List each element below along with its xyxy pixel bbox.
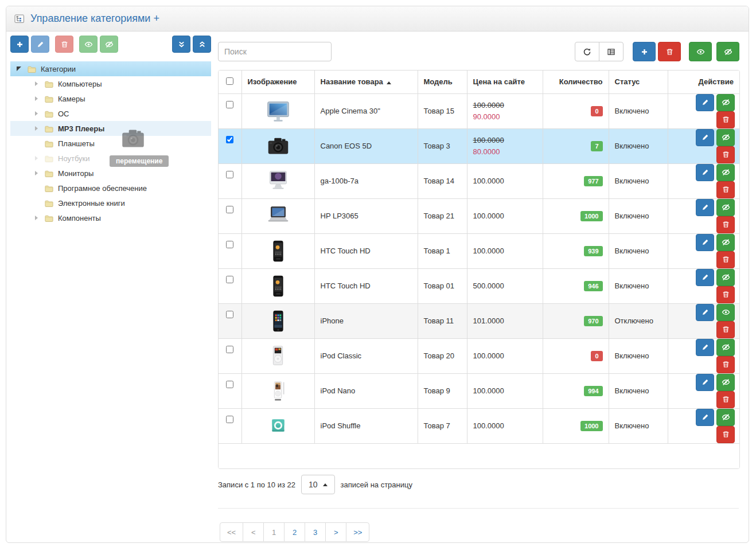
tree-item[interactable]: Планшеты	[10, 136, 211, 151]
toggle-status-button[interactable]	[716, 234, 735, 251]
row-checkbox[interactable]	[226, 416, 233, 423]
delete-button[interactable]	[716, 251, 735, 268]
tree-expand-arrow-icon[interactable]	[32, 96, 40, 101]
edit-button[interactable]	[696, 129, 714, 146]
eye-off-button[interactable]	[716, 42, 739, 61]
column-header-label[interactable]: Цена на сайте	[473, 77, 525, 86]
tree-item[interactable]: MP3 Плееры	[10, 121, 211, 136]
column-header-label[interactable]: Статус	[615, 77, 640, 86]
eye-off-icon	[722, 98, 730, 107]
edit-button[interactable]	[696, 164, 714, 181]
tree-item[interactable]: Програмное обеспечение	[10, 181, 211, 196]
chevrons-down-button[interactable]	[172, 36, 190, 53]
pencil-icon	[701, 308, 710, 317]
row-checkbox[interactable]	[226, 206, 233, 213]
plus-button[interactable]	[633, 42, 656, 61]
last-page-button[interactable]: >>	[346, 522, 369, 542]
eye-off-icon	[722, 168, 730, 177]
first-page-button[interactable]: <<	[220, 522, 243, 542]
edit-button[interactable]	[696, 339, 714, 356]
eye-button[interactable]	[689, 42, 712, 61]
page-1-button[interactable]: 1	[263, 522, 285, 542]
chevrons-up-button[interactable]	[193, 36, 211, 53]
toggle-status-button[interactable]	[716, 374, 735, 391]
select-all-checkbox[interactable]	[226, 77, 233, 85]
tree-item[interactable]: Категории	[10, 61, 211, 76]
trash-button[interactable]	[658, 42, 681, 61]
row-checkbox[interactable]	[226, 101, 233, 108]
row-checkbox[interactable]	[226, 276, 233, 283]
category-toolbar	[10, 36, 211, 53]
edit-button[interactable]	[696, 374, 714, 391]
prev-page-button[interactable]: <	[243, 522, 264, 542]
page-3-button[interactable]: 3	[305, 522, 326, 542]
toggle-status-button[interactable]	[716, 129, 735, 146]
trash-button[interactable]	[55, 36, 73, 53]
product-image	[264, 378, 292, 404]
delete-button[interactable]	[716, 321, 735, 338]
table-row: iPod NanoТовар 9100.0000994Включено	[219, 373, 739, 408]
eye-off-icon	[105, 40, 114, 49]
page-2-button[interactable]: 2	[284, 522, 305, 542]
edit-button[interactable]	[696, 409, 714, 426]
edit-button[interactable]	[696, 94, 714, 111]
edit-button[interactable]	[696, 269, 714, 286]
column-header-label[interactable]: Название товара	[321, 77, 383, 86]
row-checkbox[interactable]	[226, 346, 233, 353]
delete-button[interactable]	[716, 216, 735, 233]
chevrons-up-icon	[198, 40, 206, 49]
toggle-status-button[interactable]	[716, 339, 735, 356]
delete-button[interactable]	[716, 286, 735, 303]
tree-expand-arrow-icon[interactable]	[32, 171, 40, 175]
tree-expand-arrow-icon[interactable]	[32, 216, 40, 220]
column-header-label[interactable]: Изображение	[248, 77, 297, 86]
tree-collapse-arrow-icon[interactable]	[15, 67, 23, 71]
toggle-status-button[interactable]	[716, 409, 735, 426]
tree-item[interactable]: Компьютеры	[10, 76, 211, 91]
tree-item[interactable]: Компоненты	[10, 210, 211, 225]
toggle-status-button[interactable]	[716, 269, 735, 286]
column-header-label[interactable]: Действие	[699, 77, 734, 86]
delete-button[interactable]	[716, 356, 735, 373]
tree-expand-arrow-icon[interactable]	[32, 126, 40, 131]
next-page-button[interactable]: >	[325, 522, 346, 542]
eye-button[interactable]	[79, 36, 98, 53]
tree-item[interactable]: ОС	[10, 106, 211, 121]
toggle-status-button[interactable]	[716, 94, 735, 111]
tree-expand-arrow-icon[interactable]	[32, 111, 40, 116]
toggle-status-button[interactable]	[716, 164, 735, 181]
plus-button[interactable]	[10, 36, 29, 53]
delete-button[interactable]	[716, 111, 735, 128]
edit-button[interactable]	[696, 234, 714, 251]
delete-button[interactable]	[716, 181, 735, 198]
tree-expand-arrow-icon[interactable]	[32, 156, 40, 161]
delete-button[interactable]	[716, 391, 735, 408]
delete-button[interactable]	[716, 146, 735, 163]
refresh-button[interactable]	[575, 42, 599, 61]
tree-expand-arrow-icon[interactable]	[32, 81, 40, 86]
pencil-button[interactable]	[31, 36, 49, 53]
edit-button[interactable]	[696, 304, 714, 321]
toggle-status-button[interactable]	[716, 304, 735, 321]
tree-item[interactable]: Камеры	[10, 91, 211, 106]
row-checkbox[interactable]	[226, 241, 233, 248]
row-checkbox[interactable]	[226, 311, 233, 318]
column-header: Модель	[418, 71, 467, 93]
column-header-label[interactable]: Количество	[559, 77, 603, 86]
edit-button[interactable]	[696, 199, 714, 216]
delete-button[interactable]	[716, 426, 735, 443]
tree-item[interactable]: Мониторы	[10, 166, 211, 181]
tree-item[interactable]: Электронные книги	[10, 196, 211, 210]
columns-button[interactable]	[599, 42, 623, 61]
divider	[218, 508, 739, 509]
product-name: iPhone	[314, 303, 418, 338]
column-header-label[interactable]: Модель	[424, 77, 453, 86]
eye-off-button[interactable]	[100, 36, 118, 53]
quantity-badge: 1000	[580, 211, 602, 221]
toggle-status-button[interactable]	[716, 199, 735, 216]
per-page-select[interactable]: 10	[301, 475, 335, 494]
row-checkbox[interactable]	[226, 381, 233, 388]
search-input[interactable]	[218, 42, 332, 61]
row-checkbox[interactable]	[226, 136, 233, 143]
row-checkbox[interactable]	[226, 171, 233, 178]
